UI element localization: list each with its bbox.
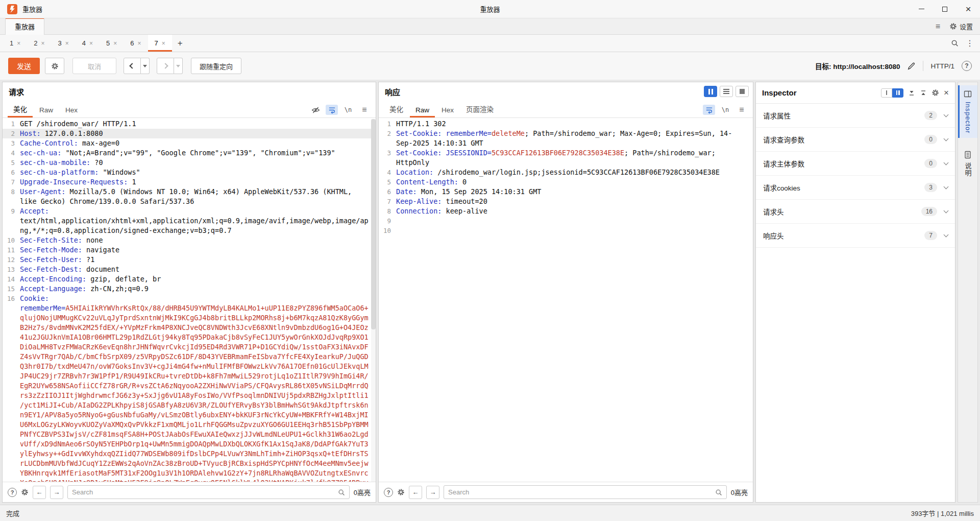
dock-tab-Inspector[interactable]: Inspector xyxy=(958,85,977,138)
line-text: HTTP/1.1 302 xyxy=(396,119,753,129)
section-label: 请求查询参数 xyxy=(763,134,804,145)
help-icon[interactable]: ? xyxy=(8,488,17,497)
two-column-view-button[interactable] xyxy=(892,88,903,98)
tab-close-icon[interactable]: × xyxy=(65,40,69,47)
response-metrics: 393字节 | 1,021 millis xyxy=(911,508,974,518)
status-bar: 完成 393字节 | 1,021 millis xyxy=(0,505,980,521)
inspector-section-请求cookies[interactable]: 请求cookies3 xyxy=(756,176,955,200)
section-count-badge: 2 xyxy=(924,111,937,120)
line-text: Date: Mon, 15 Sep 2025 14:10:31 GMT xyxy=(396,187,753,197)
help-icon[interactable]: ? xyxy=(962,61,972,71)
line-number: 4 xyxy=(379,168,396,177)
send-settings-button[interactable] xyxy=(45,58,64,74)
single-column-view-button[interactable] xyxy=(881,88,892,98)
session-tabs: 1×2×3×4×5×6×7×+ xyxy=(3,35,188,52)
request-tab-Hex[interactable]: Hex xyxy=(60,103,83,117)
follow-redirect-button[interactable]: 跟随重定向 xyxy=(191,58,241,74)
section-label: 请求头 xyxy=(763,206,784,217)
editor-menu-icon[interactable]: ≡ xyxy=(358,105,371,115)
more-options-icon[interactable]: ⋮ xyxy=(966,39,974,48)
edit-target-button[interactable] xyxy=(907,62,916,70)
protocol-label[interactable]: HTTP/1 xyxy=(930,62,954,70)
line-number: 7 xyxy=(3,177,20,187)
response-tab-页面渲染[interactable]: 页面渲染 xyxy=(460,100,499,117)
help-icon[interactable]: ? xyxy=(384,488,393,497)
scrollbar-thumb[interactable] xyxy=(371,119,376,329)
inspector-section-请求查询参数[interactable]: 请求查询参数0 xyxy=(756,128,955,152)
layout-rows-button[interactable] xyxy=(720,86,733,97)
hide-nonprintable-icon[interactable] xyxy=(309,105,322,115)
session-tab-3[interactable]: 3× xyxy=(52,35,76,52)
section-count-badge: 7 xyxy=(924,231,937,240)
response-tab-Hex[interactable]: Hex xyxy=(436,103,459,117)
forward-dropdown-button[interactable] xyxy=(174,58,183,74)
request-tab-美化[interactable]: 美化 xyxy=(8,100,33,117)
layout-columns-button[interactable] xyxy=(704,86,717,97)
inspector-section-请求属性[interactable]: 请求属性2 xyxy=(756,104,955,128)
inspector-section-响应头[interactable]: 响应头7 xyxy=(756,224,955,248)
previous-match-button[interactable]: ← xyxy=(33,486,46,499)
line-number: 2 xyxy=(379,129,396,148)
request-tab-Raw[interactable]: Raw xyxy=(34,103,59,117)
show-newlines-icon[interactable]: \n xyxy=(342,105,354,115)
expand-all-icon[interactable] xyxy=(908,89,915,97)
session-tab-1[interactable]: 1× xyxy=(3,35,27,52)
next-match-button[interactable]: → xyxy=(50,486,63,499)
search-settings-gear-icon[interactable] xyxy=(397,488,405,496)
chevron-down-icon xyxy=(143,65,147,67)
line-number: 16 xyxy=(3,294,20,482)
request-search-input[interactable] xyxy=(72,488,335,496)
show-newlines-icon[interactable]: \n xyxy=(719,105,731,115)
line-number: 10 xyxy=(3,235,20,245)
tab-close-icon[interactable]: × xyxy=(17,40,20,47)
back-button[interactable] xyxy=(124,58,141,74)
response-editor[interactable]: 1HTTP/1.1 3022Set-Cookie: rememberMe=del… xyxy=(379,118,753,482)
editor-menu-icon[interactable]: ≡ xyxy=(736,105,748,115)
tab-close-icon[interactable]: × xyxy=(162,40,165,47)
settings-button[interactable]: 设置 xyxy=(949,21,973,31)
word-wrap-icon[interactable] xyxy=(703,105,715,115)
tab-repeater[interactable]: 重放器 xyxy=(5,17,44,35)
inspector-section-请求主体参数[interactable]: 请求主体参数0 xyxy=(756,152,955,176)
session-tab-4[interactable]: 4× xyxy=(76,35,100,52)
response-tabs: 美化RawHex页面渲染 \n ≡ xyxy=(379,101,753,118)
layout-single-button[interactable] xyxy=(736,86,749,97)
session-tab-7[interactable]: 7× xyxy=(148,35,172,52)
send-button[interactable]: 发送 xyxy=(8,58,40,74)
inspector-settings-gear-icon[interactable] xyxy=(932,89,939,97)
chevron-down-icon xyxy=(944,184,949,190)
inspector-close-icon[interactable]: × xyxy=(944,88,949,97)
session-tab-5[interactable]: 5× xyxy=(100,35,124,52)
inspector-section-请求头[interactable]: 请求头16 xyxy=(756,200,955,224)
next-match-button[interactable]: → xyxy=(426,486,439,499)
close-button[interactable]: × xyxy=(957,0,980,18)
previous-match-button[interactable]: ← xyxy=(409,486,422,499)
tab-close-icon[interactable]: × xyxy=(137,40,141,47)
dock-tab-说明[interactable]: 说明 xyxy=(958,146,977,181)
gear-icon xyxy=(51,62,59,70)
back-dropdown-button[interactable] xyxy=(141,58,150,74)
line-number: 9 xyxy=(3,206,20,235)
cancel-button[interactable]: 取消 xyxy=(72,58,116,74)
tab-close-icon[interactable]: × xyxy=(41,40,44,47)
tab-close-icon[interactable]: × xyxy=(113,40,117,47)
session-tab-6[interactable]: 6× xyxy=(124,35,148,52)
request-editor[interactable]: 1GET /shirodemo_war/ HTTP/1.12Host: 127.… xyxy=(3,118,376,482)
response-editor-icons: \n ≡ xyxy=(703,105,748,117)
menu-icon[interactable]: ≡ xyxy=(936,22,940,31)
add-tab-button[interactable]: + xyxy=(172,35,188,52)
search-settings-gear-icon[interactable] xyxy=(21,488,29,496)
line-text: Location: /shirodemo_war/login.jsp;jsess… xyxy=(396,168,753,177)
tab-close-icon[interactable]: × xyxy=(89,40,93,47)
maximize-button[interactable] xyxy=(933,0,957,18)
response-search-input[interactable] xyxy=(448,488,712,496)
word-wrap-icon[interactable] xyxy=(326,105,338,115)
search-icon[interactable] xyxy=(951,39,959,47)
forward-button[interactable] xyxy=(157,58,174,74)
session-tab-2[interactable]: 2× xyxy=(27,35,51,52)
response-tab-Raw[interactable]: Raw xyxy=(410,103,435,117)
editor-line: 12Sec-Fetch-User: ?1 xyxy=(3,255,376,265)
response-tab-美化[interactable]: 美化 xyxy=(384,100,409,117)
minimize-button[interactable] xyxy=(910,0,933,18)
collapse-all-icon[interactable] xyxy=(920,89,927,97)
